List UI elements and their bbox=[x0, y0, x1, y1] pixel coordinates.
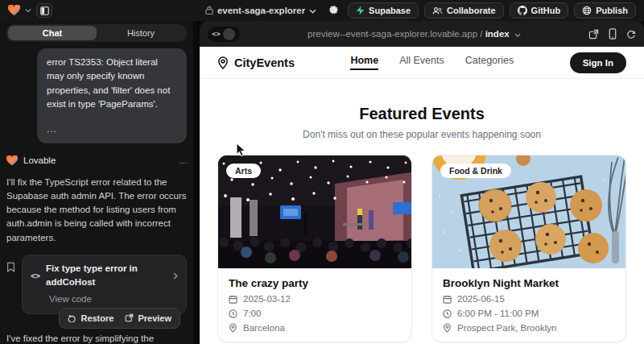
assistant-message-1: I'll fix the TypeScript error related to… bbox=[6, 176, 187, 245]
tab-chat[interactable]: Chat bbox=[8, 26, 97, 40]
page-subtitle: Don't miss out on these popular events h… bbox=[200, 129, 644, 140]
calendar-icon bbox=[443, 295, 452, 304]
event-image-conference: Arts bbox=[218, 155, 411, 268]
nav-link-categories[interactable]: Categories bbox=[465, 55, 514, 70]
collaborate-icon bbox=[432, 6, 443, 15]
hero-section: Featured Events Don't miss out on these … bbox=[200, 79, 644, 140]
open-external-icon[interactable] bbox=[588, 29, 599, 39]
nav-link-home[interactable]: Home bbox=[350, 55, 378, 70]
code-icon: <> bbox=[31, 270, 40, 282]
user-message-text: error TS2353: Object literal may only sp… bbox=[47, 56, 177, 111]
github-icon bbox=[518, 6, 527, 15]
preview-panel: <> preview--event-saga-explorer.lovable.… bbox=[200, 21, 644, 344]
supabase-button[interactable]: Supabase bbox=[348, 2, 419, 19]
chat-tabs: Chat History bbox=[6, 24, 187, 42]
chevron-down-icon[interactable] bbox=[25, 8, 31, 13]
location-pin-icon bbox=[443, 323, 452, 333]
code-icon: <> bbox=[209, 30, 223, 38]
preview-button[interactable]: Preview bbox=[125, 312, 171, 325]
user-message-bubble: error TS2353: Object literal may only sp… bbox=[37, 48, 187, 143]
chat-panel: Chat History error TS2353: Object litera… bbox=[0, 21, 193, 344]
chat-messages[interactable]: error TS2353: Object literal may only sp… bbox=[6, 42, 187, 344]
site-nav: CityEvents Home All Events Categories Si… bbox=[200, 47, 644, 79]
category-badge: Arts bbox=[226, 164, 261, 178]
event-title: The crazy party bbox=[229, 277, 401, 289]
calendar-icon bbox=[229, 295, 237, 304]
event-time-row: 7:00 bbox=[229, 309, 401, 318]
event-card-crazy-party[interactable]: Arts The crazy party 2025-03-12 7:00 bbox=[217, 155, 412, 342]
sidebar-toggle-icon[interactable] bbox=[36, 3, 52, 18]
preview-external-icon bbox=[125, 313, 134, 322]
site-brand[interactable]: CityEvents bbox=[217, 56, 295, 69]
gear-icon[interactable] bbox=[328, 5, 340, 16]
assistant-message-2: I've fixed the error by simplifying the … bbox=[6, 332, 187, 344]
code-card-title: Fix type type error in addCoHost bbox=[46, 262, 167, 290]
preview-url[interactable]: preview--event-saga-explorer.lovable.app… bbox=[246, 29, 582, 39]
event-time-row: 6:00 PM - 11:00 PM bbox=[443, 309, 615, 318]
lock-icon bbox=[205, 6, 213, 16]
preview-header: <> preview--event-saga-explorer.lovable.… bbox=[200, 21, 644, 47]
github-button[interactable]: GitHub bbox=[510, 2, 569, 19]
assistant-header: Lovable ... bbox=[6, 154, 187, 168]
mobile-view-icon[interactable] bbox=[609, 28, 617, 39]
nav-link-all-events[interactable]: All Events bbox=[399, 55, 444, 70]
map-pin-icon bbox=[217, 56, 229, 69]
event-location-row: Prospect Park, Brooklyn bbox=[443, 323, 615, 333]
project-selector[interactable]: event-saga-explorer bbox=[193, 6, 328, 16]
lovable-avatar-icon bbox=[6, 155, 18, 166]
sign-in-button[interactable]: Sign In bbox=[570, 52, 626, 73]
category-badge: Food & Drink bbox=[440, 164, 511, 178]
code-change-card[interactable]: <> Fix type type error in addCoHost View… bbox=[22, 255, 187, 314]
restore-icon bbox=[68, 313, 76, 322]
site-viewport: CityEvents Home All Events Categories Si… bbox=[200, 47, 644, 344]
tab-history[interactable]: History bbox=[97, 26, 185, 40]
event-card-brooklyn-market[interactable]: Food & Drink Brooklyn Night Market 2025-… bbox=[431, 155, 626, 342]
ellipsis-menu-icon[interactable]: ... bbox=[179, 154, 187, 168]
event-date-row: 2025-06-15 bbox=[443, 294, 615, 304]
collaborate-button[interactable]: Collaborate bbox=[424, 2, 504, 19]
publish-button[interactable]: Publish bbox=[574, 2, 636, 19]
event-title: Brooklyn Night Market bbox=[443, 277, 615, 289]
message-truncated-indicator: ... bbox=[47, 122, 177, 136]
supabase-icon bbox=[356, 6, 365, 15]
clock-icon bbox=[443, 309, 452, 318]
lovable-logo-icon[interactable] bbox=[8, 5, 20, 16]
event-date-row: 2025-03-12 bbox=[229, 294, 401, 304]
top-bar: event-saga-explorer Supabase Collaborate… bbox=[0, 0, 644, 21]
version-toolbar: Restore Preview bbox=[59, 308, 180, 329]
code-view-toggle[interactable]: <> bbox=[208, 27, 240, 42]
assistant-name: Lovable bbox=[23, 154, 56, 168]
chevron-down-icon bbox=[514, 33, 521, 37]
event-location-row: Barcelona bbox=[229, 323, 401, 333]
view-code-link[interactable]: View code bbox=[31, 292, 178, 306]
project-name: event-saga-explorer bbox=[217, 6, 305, 15]
chevron-right-icon bbox=[173, 272, 178, 280]
clock-icon bbox=[229, 309, 237, 318]
chevron-down-icon bbox=[309, 6, 316, 15]
location-pin-icon bbox=[229, 323, 237, 333]
bookmark-icon[interactable] bbox=[6, 262, 15, 276]
event-image-cookies: Food & Drink bbox=[432, 155, 625, 268]
refresh-icon[interactable] bbox=[626, 29, 636, 39]
toggle-knob bbox=[223, 28, 235, 40]
publish-globe-icon bbox=[582, 6, 592, 15]
restore-button[interactable]: Restore bbox=[68, 312, 114, 325]
page-title: Featured Events bbox=[200, 105, 644, 123]
